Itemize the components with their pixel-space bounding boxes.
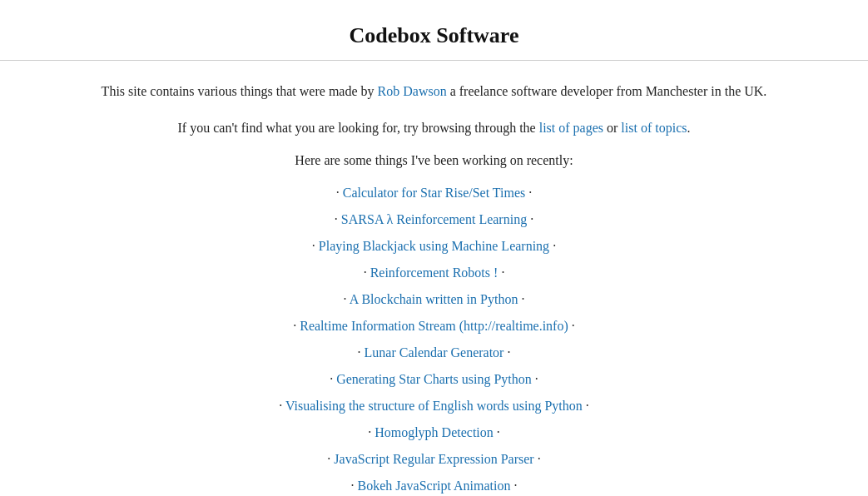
recent-link-0[interactable]: Calculator for Star Rise/Set Times <box>343 186 526 200</box>
browse-paragraph: If you can't find what you are looking f… <box>52 117 817 139</box>
recent-link-4[interactable]: A Blockchain written in Python <box>350 292 518 306</box>
list-item: · Realtime Information Stream (http://re… <box>52 313 817 340</box>
list-item: · SARSA λ Reinforcement Learning · <box>52 206 817 233</box>
recent-link-5[interactable]: Realtime Information Stream (http://real… <box>300 319 568 333</box>
list-item: · Playing Blackjack using Machine Learni… <box>52 233 817 260</box>
list-item: · Generating Star Charts using Python · <box>52 366 817 393</box>
list-item: · A Blockchain written in Python · <box>52 286 817 313</box>
recent-links-list: · Calculator for Star Rise/Set Times ·· … <box>52 180 817 496</box>
intro-before-link: This site contains various things that w… <box>102 84 378 98</box>
recent-link-9[interactable]: Homoglyph Detection <box>374 425 494 439</box>
list-item: · Visualising the structure of English w… <box>52 393 817 419</box>
list-item: · Reinforcement Robots ! · <box>52 260 817 286</box>
browse-between: or <box>603 121 621 135</box>
list-of-pages-link[interactable]: list of pages <box>539 121 603 135</box>
recent-link-3[interactable]: Reinforcement Robots ! <box>370 265 498 280</box>
recent-link-1[interactable]: SARSA λ Reinforcement Learning <box>341 212 527 226</box>
recent-link-2[interactable]: Playing Blackjack using Machine Learning <box>319 239 549 253</box>
intro-after-link: a freelance software developer from Manc… <box>447 84 767 98</box>
list-item: · Lunar Calendar Generator · <box>52 340 817 366</box>
list-item: · JavaScript Regular Expression Parser · <box>52 446 817 473</box>
list-item: · Calculator for Star Rise/Set Times · <box>52 180 817 206</box>
browse-before-pages: If you can't find what you are looking f… <box>178 121 539 135</box>
main-content: This site contains various things that w… <box>35 61 834 496</box>
working-on-text: Here are some things I've been working o… <box>52 153 817 168</box>
recent-link-6[interactable]: Lunar Calendar Generator <box>365 345 504 360</box>
site-header: Codebox Software <box>0 0 868 61</box>
list-item: · Homoglyph Detection · <box>52 419 817 446</box>
recent-link-7[interactable]: Generating Star Charts using Python <box>336 372 532 386</box>
site-title: Codebox Software <box>17 23 851 48</box>
recent-link-8[interactable]: Visualising the structure of English wor… <box>285 399 583 413</box>
list-of-topics-link[interactable]: list of topics <box>621 121 687 135</box>
recent-link-10[interactable]: JavaScript Regular Expression Parser <box>334 452 533 466</box>
author-link[interactable]: Rob Dawson <box>378 84 447 98</box>
intro-paragraph: This site contains various things that w… <box>52 81 817 102</box>
browse-after: . <box>687 121 690 135</box>
list-item: · Bokeh JavaScript Animation · <box>52 473 817 496</box>
recent-link-11[interactable]: Bokeh JavaScript Animation <box>358 479 511 493</box>
